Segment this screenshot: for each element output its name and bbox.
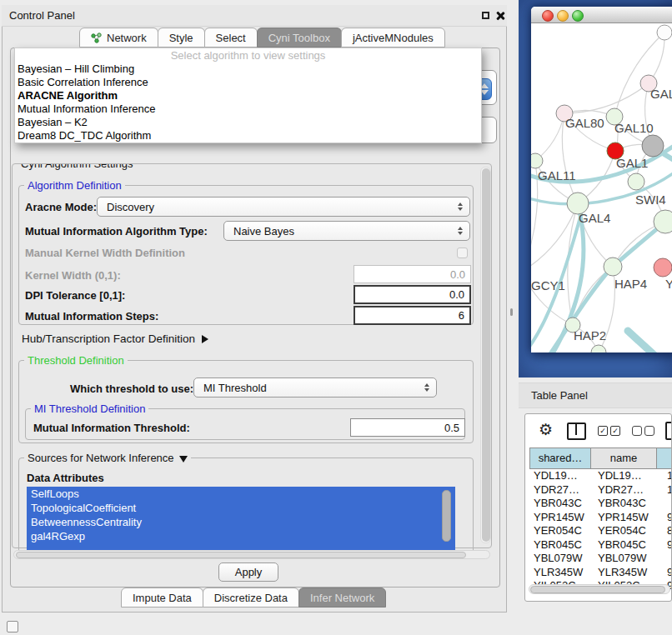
- tab-select[interactable]: Select: [204, 28, 258, 48]
- mi-type-select[interactable]: Naive Bayes: [223, 221, 470, 241]
- mi-threshold-field[interactable]: 0.5: [350, 418, 465, 437]
- manual-kernel-checkbox[interactable]: [457, 248, 468, 258]
- table-row[interactable]: YLR345WYLR345W9.: [529, 566, 672, 580]
- table-cell[interactable]: 9.: [663, 511, 672, 525]
- data-attributes-list[interactable]: SelfLoopsTopologicalCoefficientBetweenne…: [27, 487, 455, 553]
- algorithm-option-basic-correlation-inference[interactable]: Basic Correlation Inference: [15, 76, 481, 89]
- dpi-tolerance-field[interactable]: 0.0: [354, 285, 471, 304]
- table-row[interactable]: YBL079WYBL079W: [529, 552, 672, 566]
- float-panel-icon[interactable]: [482, 12, 489, 19]
- table-cell[interactable]: YDL19…: [529, 469, 594, 483]
- table-cell[interactable]: 8.: [663, 524, 672, 538]
- hub-definition-toggle[interactable]: Hub/Transcription Factor Definition: [22, 332, 208, 345]
- network-canvas[interactable]: GAL7GAL80GAL10GAL1GAL11SWI4GAL4HAP4YGCY1…: [531, 24, 672, 352]
- table-cell[interactable]: YBR043C: [594, 497, 663, 511]
- table-row[interactable]: YBR045CYBR045C9.: [529, 538, 672, 552]
- network-node-gal11[interactable]: [531, 153, 543, 168]
- network-node-swi4[interactable]: [628, 173, 644, 190]
- bottom-tab-infer-network[interactable]: Infer Network: [298, 588, 386, 608]
- algorithm-option-dream8-dc-tdc-algorithm[interactable]: Dream8 DC_TDC Algorithm: [15, 129, 481, 142]
- collapse-down-icon: [179, 456, 188, 462]
- table-cell[interactable]: YBR045C: [529, 538, 594, 552]
- threshold-definition-title: Threshold Definition: [24, 354, 128, 367]
- panel-splitter-handle[interactable]: [510, 308, 513, 316]
- settings-scrollbar-thumb[interactable]: [482, 168, 490, 542]
- network-node-unlabeled[interactable]: [657, 25, 672, 40]
- column-header-name[interactable]: name: [590, 448, 657, 469]
- table-hscrollbar-thumb[interactable]: [530, 586, 665, 593]
- table-row[interactable]: YER054CYER054C8.: [529, 524, 672, 538]
- zoom-window-icon[interactable]: [572, 10, 584, 22]
- sources-group-title[interactable]: Sources for Network Inference: [24, 452, 191, 464]
- algorithm-option-aracne-algorithm[interactable]: ARACNE Algorithm: [15, 89, 481, 102]
- mi-steps-field[interactable]: 6: [354, 306, 471, 325]
- table-cell[interactable]: YER054C: [594, 524, 663, 538]
- table-cell[interactable]: YBR043C: [529, 497, 594, 511]
- select-all-icon[interactable]: ✓: [598, 426, 608, 436]
- column-header-shared[interactable]: shared…: [529, 448, 591, 469]
- tab-network[interactable]: Network: [79, 28, 158, 48]
- aracne-mode-select[interactable]: Discovery: [97, 197, 470, 217]
- network-node-unlabeled[interactable]: [642, 135, 664, 157]
- table-cell[interactable]: YPR145W: [594, 511, 663, 525]
- table-cell[interactable]: YBL079W: [594, 552, 663, 566]
- table-body: YDL19…YDL19…13YDR27…YDR27…12YBR043CYBR04…: [529, 469, 672, 593]
- tab-cyni-toolbox[interactable]: Cyni Toolbox: [257, 28, 342, 48]
- deselect-all-icon[interactable]: [632, 426, 642, 436]
- node-label: HAP2: [574, 328, 606, 342]
- table-row[interactable]: YDL19…YDL19…13: [529, 469, 672, 483]
- table-row[interactable]: YPR145WYPR145W9.: [529, 511, 672, 525]
- table-cell[interactable]: YDR27…: [529, 483, 594, 498]
- column-header-hidden[interactable]: [656, 448, 672, 469]
- table-cell[interactable]: YPR145W: [529, 511, 594, 525]
- which-threshold-select[interactable]: MI Threshold: [193, 378, 437, 398]
- deselect-all-icon[interactable]: [644, 426, 654, 436]
- data-attributes-label: Data Attributes: [27, 472, 104, 484]
- attribute-item-betweennesscentrality[interactable]: BetweennessCentrality: [27, 515, 455, 529]
- gear-icon[interactable]: ⚙: [539, 420, 553, 438]
- tab-jactivemnodules[interactable]: jActiveMNodules: [341, 28, 445, 48]
- node-label: GAL10: [614, 121, 654, 135]
- select-all-icon[interactable]: ✓: [610, 426, 620, 436]
- collapsed-panel-icon[interactable]: [7, 621, 18, 632]
- attribute-item-topologicalcoefficient[interactable]: TopologicalCoefficient: [27, 501, 455, 515]
- column-split-icon[interactable]: [567, 422, 586, 440]
- tab-label: Select: [216, 29, 246, 47]
- table-cell[interactable]: YBR045C: [594, 538, 663, 552]
- minimize-window-icon[interactable]: [557, 10, 569, 22]
- close-window-icon[interactable]: [542, 10, 554, 22]
- algorithm-option-bayesian-k2[interactable]: Bayesian – K2: [15, 116, 481, 129]
- table-row[interactable]: YDR27…YDR27…12: [529, 483, 672, 498]
- table-cell[interactable]: 9.: [663, 538, 672, 552]
- tab-style[interactable]: Style: [158, 28, 205, 48]
- bottom-tab-discretize-data[interactable]: Discretize Data: [203, 588, 299, 608]
- bottom-tab-impute-data[interactable]: Impute Data: [121, 588, 203, 608]
- kernel-width-field[interactable]: 0.0: [354, 265, 471, 283]
- node-label: Y: [665, 277, 672, 291]
- table-cell[interactable]: [663, 497, 672, 511]
- table-cell[interactable]: 13: [663, 469, 672, 483]
- attribute-item-gal4rgexp[interactable]: gal4RGexp: [27, 529, 455, 543]
- attribute-item-selfloops[interactable]: SelfLoops: [27, 487, 455, 501]
- table-cell[interactable]: YLR345W: [529, 566, 594, 580]
- network-node-hap4[interactable]: [604, 258, 622, 276]
- table-sheet-icon[interactable]: [665, 422, 672, 440]
- attribute-list-scrollbar[interactable]: [442, 490, 451, 542]
- network-node-unlabeled[interactable]: [591, 345, 606, 352]
- apply-button[interactable]: Apply: [218, 562, 278, 582]
- settings-hscrollbar-thumb[interactable]: [16, 552, 466, 558]
- network-node-y[interactable]: [654, 258, 672, 277]
- close-panel-icon[interactable]: [495, 11, 504, 20]
- table-row[interactable]: YBR043CYBR043C: [529, 497, 672, 511]
- table-cell[interactable]: YDL19…: [594, 469, 663, 483]
- table-cell[interactable]: YBL079W: [529, 552, 594, 566]
- algorithm-option-mutual-information-inference[interactable]: Mutual Information Inference: [15, 102, 481, 116]
- algorithm-option-bayesian-hill-climbing[interactable]: Bayesian – Hill Climbing: [15, 62, 481, 76]
- table-cell[interactable]: YDR27…: [594, 483, 663, 498]
- table-cell[interactable]: 12: [663, 483, 672, 498]
- table-cell[interactable]: YER054C: [529, 524, 594, 538]
- table-cell[interactable]: [663, 552, 672, 566]
- hub-definition-label: Hub/Transcription Factor Definition: [22, 332, 195, 345]
- table-cell[interactable]: 9.: [663, 566, 672, 580]
- table-cell[interactable]: YLR345W: [594, 566, 663, 580]
